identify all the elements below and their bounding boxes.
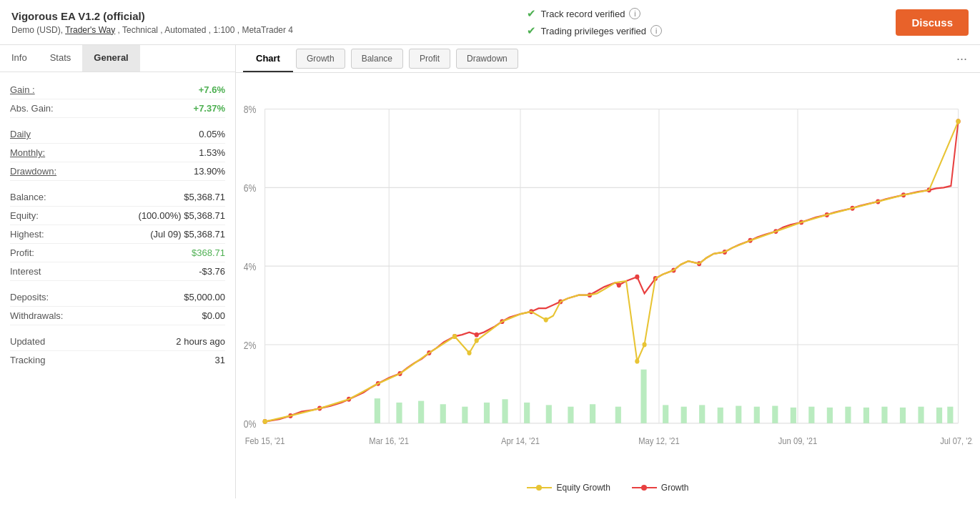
svg-text:Apr 14, '21: Apr 14, '21 xyxy=(501,435,540,446)
deposits-value: $5,000.00 xyxy=(184,292,225,302)
svg-rect-50 xyxy=(936,408,942,423)
svg-rect-24 xyxy=(418,401,424,423)
checkmark-icon2: ✔ xyxy=(527,24,536,37)
trading-privileges-info-icon[interactable]: i xyxy=(650,25,662,36)
svg-point-82 xyxy=(467,350,471,355)
chart-tab-growth[interactable]: Growth xyxy=(296,49,345,69)
main-container: Info Stats General Gain : +7.6% Abs. Gai… xyxy=(0,45,980,498)
top-bar: Vigorous EA V1.2 (official) Demo (USD), … xyxy=(0,0,980,45)
svg-rect-40 xyxy=(754,407,760,423)
withdrawals-value: $0.00 xyxy=(202,310,225,321)
profit-label: Profit: xyxy=(10,247,34,258)
drawdown-label: Drawdown: xyxy=(10,166,56,177)
svg-text:Feb 15, '21: Feb 15, '21 xyxy=(245,435,285,446)
sidebar-tab-general[interactable]: General xyxy=(82,45,139,72)
trading-privileges-verified: ✔ Trading privileges verified i xyxy=(527,24,662,37)
traders-way-link[interactable]: Trader's Way xyxy=(65,25,115,35)
svg-rect-43 xyxy=(808,407,814,423)
updated-label: Updated xyxy=(10,336,45,347)
equity-value: (100.00%) $5,368.71 xyxy=(139,210,225,221)
svg-rect-35 xyxy=(663,405,668,423)
interest-value: -$3.76 xyxy=(199,266,225,277)
track-record-label: Track record verified xyxy=(540,9,625,19)
svg-point-85 xyxy=(635,359,639,364)
svg-point-81 xyxy=(452,334,457,339)
chart-tabs: Chart Growth Balance Profit Drawdown ··· xyxy=(236,45,980,73)
page-title: Vigorous EA V1.2 (official) xyxy=(11,10,293,22)
svg-text:6%: 6% xyxy=(244,182,257,194)
chart-tab-chart[interactable]: Chart xyxy=(243,46,293,72)
svg-rect-31 xyxy=(568,407,573,423)
abs-gain-value: +7.37% xyxy=(194,103,225,114)
sidebar: Info Stats General Gain : +7.6% Abs. Gai… xyxy=(0,45,236,498)
svg-point-84 xyxy=(544,318,548,323)
svg-rect-30 xyxy=(546,405,552,423)
equity-label: Equity: xyxy=(10,210,39,221)
equity-growth-label: Equity Growth xyxy=(556,483,610,493)
svg-point-66 xyxy=(635,275,639,280)
chart-tab-balance[interactable]: Balance xyxy=(351,49,403,69)
svg-point-60 xyxy=(475,333,479,338)
tracking-row: Tracking 31 xyxy=(10,351,225,369)
updated-value: 2 hours ago xyxy=(176,336,225,347)
tracking-value: 31 xyxy=(215,355,225,365)
svg-text:2%: 2% xyxy=(244,340,257,351)
svg-text:Jun 09, '21: Jun 09, '21 xyxy=(778,435,818,446)
daily-label: Daily xyxy=(10,129,31,139)
chart-tab-drawdown[interactable]: Drawdown xyxy=(456,49,518,69)
svg-text:8%: 8% xyxy=(244,104,257,116)
svg-point-83 xyxy=(475,338,479,343)
interest-row: Interest -$3.76 xyxy=(10,262,225,281)
track-record-info-icon[interactable]: i xyxy=(629,8,640,19)
svg-text:Mar 16, '21: Mar 16, '21 xyxy=(369,435,409,446)
trading-privileges-label: Trading privileges verified xyxy=(540,26,646,36)
svg-rect-39 xyxy=(736,406,741,423)
track-record-verified: ✔ Track record verified i xyxy=(527,7,662,20)
balance-label: Balance: xyxy=(10,192,46,202)
svg-rect-36 xyxy=(681,407,687,423)
drawdown-row: Drawdown: 13.90% xyxy=(10,162,225,181)
top-bar-left: Vigorous EA V1.2 (official) Demo (USD), … xyxy=(11,10,293,35)
right-panel: Chart Growth Balance Profit Drawdown ···… xyxy=(236,45,980,498)
equity-growth-legend: Equity Growth xyxy=(527,483,610,493)
sidebar-content: Gain : +7.6% Abs. Gain: +7.37% Daily 0.0… xyxy=(0,72,235,498)
svg-rect-27 xyxy=(484,403,490,423)
svg-rect-28 xyxy=(502,399,508,423)
sidebar-tab-info[interactable]: Info xyxy=(0,45,39,72)
drawdown-value: 13.90% xyxy=(194,166,225,177)
svg-rect-23 xyxy=(396,403,402,423)
svg-text:Jul 07, '21: Jul 07, '21 xyxy=(940,435,973,446)
monthly-value: 1.53% xyxy=(199,147,225,158)
svg-rect-38 xyxy=(718,408,723,423)
withdrawals-label: Withdrawals: xyxy=(10,310,63,321)
profit-value: $368.71 xyxy=(192,247,225,258)
dots-menu-icon[interactable]: ··· xyxy=(951,46,973,72)
highest-row: Highest: (Jul 09) $5,368.71 xyxy=(10,225,225,244)
abs-gain-label: Abs. Gain: xyxy=(10,103,54,114)
deposits-row: Deposits: $5,000.00 xyxy=(10,288,225,307)
balance-value: $5,368.71 xyxy=(184,192,225,202)
svg-rect-29 xyxy=(524,403,530,423)
svg-rect-47 xyxy=(881,407,887,423)
tracking-label: Tracking xyxy=(10,355,45,365)
svg-point-91 xyxy=(641,485,647,491)
sidebar-tabs: Info Stats General xyxy=(0,45,235,72)
sidebar-tab-stats[interactable]: Stats xyxy=(39,45,83,72)
svg-rect-41 xyxy=(772,406,778,423)
svg-text:4%: 4% xyxy=(244,261,257,272)
growth-chart: 0% 2% 4% 6% 8% Feb 15, '21 xyxy=(243,80,973,477)
discuss-button[interactable]: Discuss xyxy=(896,9,969,36)
svg-rect-33 xyxy=(615,407,621,423)
svg-rect-48 xyxy=(900,408,906,423)
svg-rect-25 xyxy=(440,404,446,423)
equity-row: Equity: (100.00%) $5,368.71 xyxy=(10,207,225,225)
updated-row: Updated 2 hours ago xyxy=(10,333,225,351)
withdrawals-row: Withdrawals: $0.00 xyxy=(10,307,225,325)
daily-row: Daily 0.05% xyxy=(10,125,225,144)
chart-tab-profit[interactable]: Profit xyxy=(409,49,450,69)
svg-rect-22 xyxy=(375,398,380,423)
svg-rect-44 xyxy=(827,408,833,423)
svg-rect-51 xyxy=(947,407,953,423)
gain-value: +7.6% xyxy=(199,84,225,95)
svg-point-89 xyxy=(536,485,542,491)
